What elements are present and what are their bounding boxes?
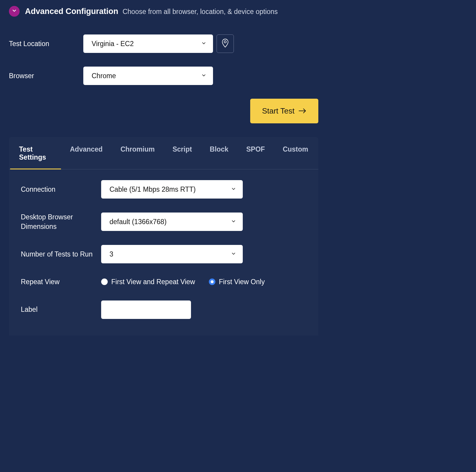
label-tests-to-run: Number of Tests to Run — [21, 249, 101, 259]
location-pin-icon — [221, 38, 229, 49]
select-test-location[interactable]: Virginia - EC2 — [83, 34, 213, 53]
label-input[interactable] — [101, 300, 191, 319]
chevron-down-icon — [12, 8, 17, 15]
chevron-down-icon — [201, 40, 206, 48]
row-repeat-view: Repeat View First View and Repeat View F… — [21, 277, 306, 287]
row-connection: Connection Cable (5/1 Mbps 28ms RTT) — [21, 180, 306, 199]
label-test-location: Test Location — [9, 40, 83, 48]
start-test-row: Start Test — [9, 99, 318, 123]
tab-block[interactable]: Block — [201, 137, 237, 169]
arrow-right-icon — [299, 106, 306, 116]
select-connection-value: Cable (5/1 Mbps 28ms RTT) — [109, 185, 196, 193]
label-connection: Connection — [21, 185, 101, 194]
chevron-down-icon — [231, 218, 236, 226]
label-repeat-view: Repeat View — [21, 277, 101, 287]
tab-advanced[interactable]: Advanced — [61, 137, 112, 169]
select-tests-to-run-value: 3 — [109, 250, 113, 258]
tabs-bar: Test Settings Advanced Chromium Script B… — [9, 137, 318, 169]
select-test-location-value: Virginia - EC2 — [92, 40, 134, 48]
row-dimensions: Desktop Browser Dimensions default (1366… — [21, 212, 306, 231]
select-connection[interactable]: Cable (5/1 Mbps 28ms RTT) — [101, 180, 243, 199]
label-label: Label — [21, 305, 101, 314]
radio-first-only-label: First View Only — [219, 278, 265, 286]
tab-chromium[interactable]: Chromium — [112, 137, 164, 169]
select-tests-to-run[interactable]: 3 — [101, 245, 243, 263]
select-browser[interactable]: Chrome — [83, 67, 213, 85]
tab-spof[interactable]: SPOF — [237, 137, 274, 169]
svg-point-0 — [224, 41, 226, 43]
row-tests-to-run: Number of Tests to Run 3 — [21, 245, 306, 263]
tab-script[interactable]: Script — [164, 137, 201, 169]
settings-body: Connection Cable (5/1 Mbps 28ms RTT) Des… — [9, 169, 318, 336]
select-browser-value: Chrome — [92, 72, 116, 80]
chevron-down-icon — [201, 72, 206, 80]
header-title: Advanced Configuration — [25, 7, 118, 16]
chevron-down-icon — [231, 185, 236, 193]
select-dimensions[interactable]: default (1366x768) — [101, 213, 243, 231]
label-browser: Browser — [9, 72, 83, 80]
repeat-view-radio-group: First View and Repeat View First View On… — [101, 278, 265, 286]
radio-icon — [101, 279, 108, 285]
radio-first-only[interactable]: First View Only — [209, 278, 265, 286]
select-dimensions-value: default (1366x768) — [109, 218, 167, 226]
row-label: Label — [21, 300, 306, 319]
tab-test-settings[interactable]: Test Settings — [10, 137, 61, 169]
collapse-toggle[interactable] — [9, 6, 20, 17]
radio-first-and-repeat-label: First View and Repeat View — [111, 278, 195, 286]
start-test-button[interactable]: Start Test — [250, 99, 318, 123]
chevron-down-icon — [231, 250, 236, 258]
settings-panel: Test Settings Advanced Chromium Script B… — [9, 137, 318, 336]
label-dimensions: Desktop Browser Dimensions — [21, 212, 101, 231]
location-picker-button[interactable] — [217, 34, 234, 53]
radio-icon — [209, 279, 215, 285]
tab-custom[interactable]: Custom — [274, 137, 317, 169]
header-text: Advanced Configuration Choose from all b… — [25, 7, 278, 16]
row-browser: Browser Chrome — [9, 67, 318, 85]
radio-first-and-repeat[interactable]: First View and Repeat View — [101, 278, 195, 286]
row-test-location: Test Location Virginia - EC2 — [9, 34, 318, 53]
advanced-config-header: Advanced Configuration Choose from all b… — [9, 6, 318, 17]
start-test-label: Start Test — [262, 106, 295, 116]
header-subtitle: Choose from all browser, location, & dev… — [123, 8, 278, 15]
